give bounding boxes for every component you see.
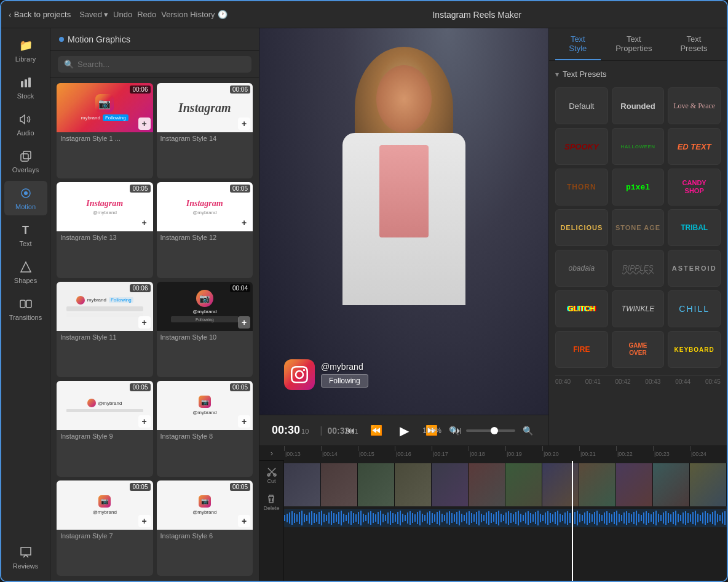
- preset-item-asteroid[interactable]: ASTEROID: [668, 250, 721, 287]
- cut-tool[interactable]: Cut: [267, 467, 277, 484]
- preset-item-chill[interactable]: CHILL: [668, 290, 721, 327]
- sidebar-item-stock[interactable]: Stock: [4, 70, 47, 105]
- text-icon: T: [18, 223, 33, 237]
- list-item[interactable]: 📷 mybrand Following 00:06 + Instagram St…: [57, 83, 153, 178]
- preset-item-ripples[interactable]: RIPPLES: [612, 250, 665, 287]
- sidebar-item-motion[interactable]: Motion: [4, 181, 47, 215]
- add-button[interactable]: +: [238, 217, 250, 229]
- media-panel-header: Motion Graphics: [50, 28, 259, 51]
- svg-rect-84: [459, 511, 460, 525]
- add-button[interactable]: +: [138, 217, 151, 229]
- list-item[interactable]: 📷 @mybrand Following 00:04 + Instagram S…: [157, 282, 253, 377]
- preset-item-candy-shop[interactable]: CANDYSHOP: [668, 169, 721, 205]
- zoom-in-button[interactable]: 🔍: [519, 422, 536, 439]
- add-button[interactable]: +: [238, 316, 250, 329]
- preset-item-obadaia[interactable]: obadaia: [555, 250, 608, 287]
- list-item[interactable]: @mybrand 00:05 + Instagram Style 9: [57, 381, 153, 476]
- zoom-thumb: [491, 427, 498, 434]
- svg-rect-114: [532, 514, 534, 522]
- svg-rect-162: [651, 514, 652, 522]
- preset-item-twinkle[interactable]: TWINKLE: [612, 290, 665, 327]
- svg-rect-63: [407, 512, 408, 524]
- add-button[interactable]: +: [238, 415, 250, 428]
- media-thumb: 📷 @mybrand 00:05 +: [57, 480, 153, 530]
- right-panel-tabs: Text Style Text Properties Text Presets: [549, 28, 727, 61]
- svg-rect-121: [550, 513, 551, 523]
- timeline-ruler: |00:13 |00:14 |00:15 |00:16 |00:17 |00:1…: [284, 446, 727, 461]
- preset-label: FIRE: [573, 345, 590, 354]
- saved-button[interactable]: Saved ▾: [79, 10, 108, 19]
- svg-rect-79: [446, 512, 448, 524]
- preset-item-love-peace[interactable]: Love & Peace: [668, 87, 721, 124]
- sidebar-item-audio[interactable]: Audio: [4, 107, 47, 142]
- total-frames: 01: [350, 428, 358, 435]
- search-icon: 🔍: [64, 60, 74, 69]
- duration-badge: 00:05: [230, 185, 250, 193]
- list-item[interactable]: Instagram 00:06 + Instagram Style 14: [157, 83, 253, 178]
- zoom-slider[interactable]: [466, 429, 515, 432]
- svg-rect-26: [316, 514, 317, 522]
- preset-item-pixel[interactable]: pixel: [612, 169, 665, 205]
- preset-item-keyboard[interactable]: KEYBOARD: [668, 331, 721, 368]
- tab-text-style[interactable]: Text Style: [555, 28, 601, 60]
- rewind-button[interactable]: ⏪: [368, 422, 385, 439]
- list-item[interactable]: Instagram @mybrand 00:05 + Instagram Sty…: [57, 182, 153, 277]
- preset-item-rounded[interactable]: Rounded: [612, 87, 665, 124]
- preset-item-fire[interactable]: FIRE: [555, 331, 608, 368]
- svg-rect-89: [471, 513, 472, 523]
- preset-item-ed-text[interactable]: ED TEXT: [668, 128, 721, 165]
- timeline-tracks[interactable]: Instagram Style 9: [284, 461, 727, 581]
- list-item[interactable]: Instagram @mybrand 00:05 + Instagram Sty…: [157, 182, 253, 277]
- sidebar-item-reviews[interactable]: Reviews: [4, 540, 47, 575]
- svg-rect-176: [685, 511, 686, 525]
- list-item[interactable]: mybrand Following 00:06 + Instagram Styl…: [57, 282, 153, 377]
- svg-rect-16: [291, 511, 293, 525]
- duration-badge: 00:05: [130, 483, 150, 491]
- sidebar-item-text[interactable]: T Text: [4, 218, 47, 252]
- media-label: Instagram Style 14: [157, 132, 253, 145]
- preset-item-default[interactable]: Default: [555, 87, 608, 124]
- svg-marker-7: [21, 262, 31, 272]
- add-button[interactable]: +: [238, 515, 250, 527]
- add-button[interactable]: +: [138, 316, 151, 329]
- sidebar-item-overlays[interactable]: Overlays: [4, 144, 47, 178]
- preset-item-halloween[interactable]: HALLOWEEN: [612, 128, 665, 165]
- preset-item-stone-age[interactable]: STONE AGE: [612, 209, 665, 246]
- search-input[interactable]: [77, 60, 245, 69]
- media-thumb: 📷 @mybrand 00:05 +: [157, 480, 253, 530]
- version-history-button[interactable]: Version History 🕐: [161, 10, 227, 19]
- redo-button[interactable]: Redo: [137, 10, 156, 19]
- add-button[interactable]: +: [138, 118, 151, 130]
- zoom-out-button[interactable]: 🔍: [445, 422, 462, 439]
- preset-item-delicious[interactable]: DELICIOUS: [555, 209, 608, 246]
- svg-rect-45: [363, 514, 364, 522]
- preset-item-tribal[interactable]: TRIBAL: [668, 209, 721, 246]
- delete-tool[interactable]: Delete: [263, 494, 279, 511]
- list-item[interactable]: 📷 @mybrand 00:05 + Instagram Style 8: [157, 381, 253, 476]
- svg-rect-2: [28, 78, 31, 87]
- sidebar-item-transitions[interactable]: Transitions: [4, 292, 47, 326]
- play-button[interactable]: ▶: [394, 420, 414, 441]
- timeline-expand-button[interactable]: ›: [259, 446, 284, 461]
- tab-text-properties[interactable]: Text Properties: [603, 28, 665, 60]
- tab-text-presets[interactable]: Text Presets: [667, 28, 721, 60]
- add-button[interactable]: +: [138, 515, 151, 527]
- preset-item-thorn[interactable]: THORN: [555, 169, 608, 205]
- sidebar-item-shapes[interactable]: Shapes: [4, 255, 47, 289]
- track-cell: [469, 463, 505, 506]
- track-cell: [690, 463, 727, 506]
- preset-label: pixel: [626, 183, 650, 192]
- svg-rect-141: [599, 514, 600, 522]
- add-button[interactable]: +: [138, 415, 151, 428]
- preset-item-game-over[interactable]: GAMEOVER: [612, 331, 665, 368]
- preset-item-spooky[interactable]: SPOOKY: [555, 128, 608, 165]
- preset-item-glitch[interactable]: GLITCH: [555, 290, 608, 327]
- svg-rect-154: [631, 514, 632, 522]
- media-thumb: 📷 @mybrand Following 00:04 +: [157, 282, 253, 331]
- sidebar-item-library[interactable]: 📁 Library: [4, 33, 47, 68]
- list-item[interactable]: 📷 @mybrand 00:05 + Instagram Style 6: [157, 480, 253, 576]
- back-to-projects-button[interactable]: ‹ Back to projects: [9, 10, 71, 20]
- add-button[interactable]: +: [238, 118, 250, 130]
- undo-button[interactable]: Undo: [113, 10, 132, 19]
- list-item[interactable]: 📷 @mybrand 00:05 + Instagram Style 7: [57, 480, 153, 576]
